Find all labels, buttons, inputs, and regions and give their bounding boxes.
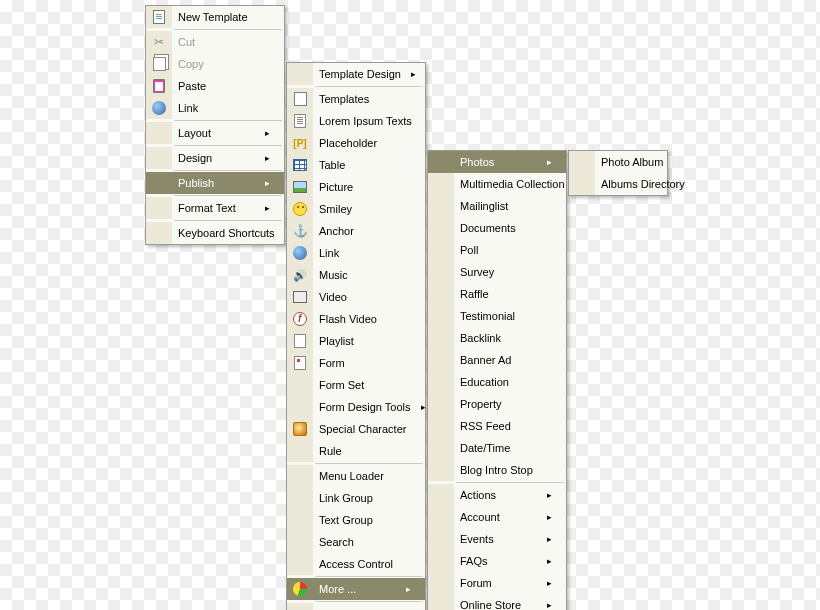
- icon-slot-empty: [428, 506, 454, 528]
- context-menu-main: New Template Cut Copy Paste Link Layout …: [145, 5, 285, 245]
- menu-item-link2[interactable]: Link: [287, 242, 425, 264]
- menu-label: Music: [313, 269, 411, 281]
- menu-item-photos[interactable]: Photos ▸: [428, 151, 566, 173]
- menu-item-link-group[interactable]: Link Group: [287, 487, 425, 509]
- menu-item-form[interactable]: Form: [287, 352, 425, 374]
- menu-item-account[interactable]: Account ▸: [428, 506, 566, 528]
- menu-item-design[interactable]: Design ▸: [146, 147, 284, 169]
- icon-slot-empty: [428, 173, 454, 195]
- menu-item-rule[interactable]: Rule: [287, 440, 425, 462]
- submenu-arrow-icon: ▸: [421, 402, 426, 412]
- menu-item-backlink[interactable]: Backlink: [428, 327, 566, 349]
- icon-slot-empty: [428, 371, 454, 393]
- menu-item-albums-directory[interactable]: Albums Directory: [569, 173, 667, 195]
- menu-item-layout[interactable]: Layout ▸: [146, 122, 284, 144]
- menu-item-rss[interactable]: RSS Feed: [428, 415, 566, 437]
- menu-item-video[interactable]: Video: [287, 286, 425, 308]
- menu-item-mailinglist[interactable]: Mailinglist: [428, 195, 566, 217]
- menu-label: Smiley: [313, 203, 411, 215]
- submenu-arrow-icon: ▸: [265, 128, 270, 138]
- menu-label: Design: [172, 152, 255, 164]
- submenu-arrow-icon: ▸: [265, 203, 270, 213]
- menu-item-paste[interactable]: Paste: [146, 75, 284, 97]
- submenu-arrow-icon: ▸: [406, 584, 411, 594]
- menu-label: FAQs: [454, 555, 537, 567]
- menu-label: Multimedia Collection: [454, 178, 565, 190]
- menu-label: Publish: [172, 177, 255, 189]
- menu-label: Blog Intro Stop: [454, 464, 552, 476]
- menu-item-text-group[interactable]: Text Group: [287, 509, 425, 531]
- separator: [174, 170, 282, 171]
- menu-item-datetime[interactable]: Date/Time: [428, 437, 566, 459]
- menu-item-playlist[interactable]: Playlist: [287, 330, 425, 352]
- icon-slot-empty: [428, 217, 454, 239]
- icon-slot-empty: [569, 173, 595, 195]
- menu-label: Form Set: [313, 379, 411, 391]
- icon-slot-empty: [146, 172, 172, 194]
- menu-item-photo-album[interactable]: Photo Album: [569, 151, 667, 173]
- menu-label: Property: [454, 398, 552, 410]
- copy-icon: [146, 53, 172, 75]
- smiley-icon: [287, 198, 313, 220]
- menu-item-more[interactable]: More ... ▸: [287, 578, 425, 600]
- menu-label: Special Character: [313, 423, 411, 435]
- menu-item-events[interactable]: Events ▸: [428, 528, 566, 550]
- menu-item-faqs[interactable]: FAQs ▸: [428, 550, 566, 572]
- menu-item-access-control[interactable]: Access Control: [287, 553, 425, 575]
- anchor-icon: [287, 220, 313, 242]
- menu-item-actions[interactable]: Actions ▸: [428, 484, 566, 506]
- menu-item-banner[interactable]: Banner Ad: [428, 349, 566, 371]
- menu-item-new-template[interactable]: New Template: [146, 6, 284, 28]
- menu-item-custom-code[interactable]: Custom Code: [287, 603, 425, 610]
- menu-item-forum[interactable]: Forum ▸: [428, 572, 566, 594]
- menu-item-testimonial[interactable]: Testimonial: [428, 305, 566, 327]
- menu-item-special[interactable]: Special Character: [287, 418, 425, 440]
- menu-item-form-tools[interactable]: Form Design Tools ▸: [287, 396, 425, 418]
- menu-label: Keyboard Shortcuts: [172, 227, 275, 239]
- menu-item-format-text[interactable]: Format Text ▸: [146, 197, 284, 219]
- menu-item-survey[interactable]: Survey: [428, 261, 566, 283]
- menu-label: Cut: [172, 36, 270, 48]
- menu-item-multimedia[interactable]: Multimedia Collection ▸: [428, 173, 566, 195]
- icon-slot-empty: [146, 197, 172, 219]
- menu-item-template-design[interactable]: Template Design ▸: [287, 63, 425, 85]
- video-icon: [287, 286, 313, 308]
- menu-item-flash[interactable]: Flash Video: [287, 308, 425, 330]
- icon-slot-empty: [428, 283, 454, 305]
- icon-slot-empty: [428, 572, 454, 594]
- menu-label: RSS Feed: [454, 420, 552, 432]
- menu-item-keyboard-shortcuts[interactable]: Keyboard Shortcuts: [146, 222, 284, 244]
- submenu-arrow-icon: ▸: [547, 157, 552, 167]
- menu-item-lorem[interactable]: Lorem Ipsum Texts: [287, 110, 425, 132]
- menu-item-education[interactable]: Education: [428, 371, 566, 393]
- menu-item-picture[interactable]: Picture: [287, 176, 425, 198]
- submenu-arrow-icon: ▸: [547, 534, 552, 544]
- menu-item-smiley[interactable]: Smiley: [287, 198, 425, 220]
- menu-item-placeholder[interactable]: Placeholder: [287, 132, 425, 154]
- icon-slot-empty: [428, 550, 454, 572]
- menu-item-form-set[interactable]: Form Set: [287, 374, 425, 396]
- menu-item-raffle[interactable]: Raffle: [428, 283, 566, 305]
- icon-slot-empty: [287, 553, 313, 575]
- menu-item-music[interactable]: Music: [287, 264, 425, 286]
- separator: [456, 482, 564, 483]
- menu-item-search[interactable]: Search: [287, 531, 425, 553]
- menu-item-documents[interactable]: Documents: [428, 217, 566, 239]
- menu-item-table[interactable]: Table: [287, 154, 425, 176]
- menu-item-publish[interactable]: Publish ▸: [146, 172, 284, 194]
- menu-item-templates[interactable]: Templates: [287, 88, 425, 110]
- menu-label: Banner Ad: [454, 354, 552, 366]
- menu-item-blog-intro[interactable]: Blog Intro Stop: [428, 459, 566, 481]
- menu-label: Picture: [313, 181, 411, 193]
- submenu-photos: Photo Album Albums Directory: [568, 150, 668, 196]
- menu-item-online-store[interactable]: Online Store ▸: [428, 594, 566, 610]
- menu-item-property[interactable]: Property: [428, 393, 566, 415]
- menu-item-anchor[interactable]: Anchor: [287, 220, 425, 242]
- icon-slot-empty: [146, 122, 172, 144]
- menu-label: Date/Time: [454, 442, 552, 454]
- menu-item-menu-loader[interactable]: Menu Loader: [287, 465, 425, 487]
- menu-item-link[interactable]: Link: [146, 97, 284, 119]
- flash-icon: [287, 308, 313, 330]
- menu-label: Form Design Tools: [313, 401, 411, 413]
- menu-item-poll[interactable]: Poll: [428, 239, 566, 261]
